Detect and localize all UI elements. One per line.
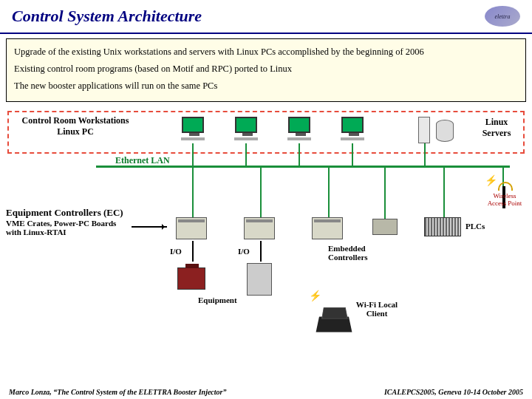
server-icon <box>418 117 430 143</box>
plc-icon <box>424 217 461 236</box>
net-line <box>424 143 426 167</box>
workstation-icon <box>282 117 316 140</box>
embedded-controller-icon <box>372 219 398 235</box>
servers-line1: Linux <box>474 117 519 128</box>
net-line <box>384 167 386 220</box>
info-textbox: Upgrade of the existing Unix workstation… <box>6 38 526 102</box>
net-line <box>192 167 194 220</box>
net-line <box>245 143 247 167</box>
arrow-icon <box>132 226 167 228</box>
storage-cylinder-icon <box>436 120 454 142</box>
equipment-icon <box>177 267 205 290</box>
laptop-icon <box>316 317 352 332</box>
wireless-access-point-label: Wireless Access Point <box>483 192 526 207</box>
wifi-client-label: Wi-Fi Local Client <box>355 300 399 318</box>
io-label: I/O <box>238 247 250 256</box>
io-label: I/O <box>170 247 182 256</box>
workstation-icon <box>335 117 369 140</box>
ethernet-lan-label: Ethernet LAN <box>115 155 170 166</box>
net-line <box>299 143 300 167</box>
net-line <box>260 167 262 220</box>
textbox-line-3: The new booster applications will run on… <box>14 79 518 93</box>
vme-label: VME Crates, Power-PC Boards with Linux-R… <box>6 219 132 236</box>
rack-icon <box>247 263 272 296</box>
vme-crate-icon <box>312 217 343 239</box>
servers-line2: Servers <box>474 128 519 139</box>
net-line <box>352 143 353 167</box>
equipment-label: Equipment <box>198 296 237 304</box>
logo: elettra <box>485 6 520 27</box>
io-line <box>192 241 194 262</box>
wireless-spark-icon: ⚡ <box>485 174 497 187</box>
architecture-diagram: Control Room Workstations Linux PC Linux… <box>0 106 532 372</box>
workstation-icon <box>176 117 210 140</box>
vme-crate-icon <box>176 217 207 239</box>
crw-line1: Control Room Workstations <box>16 115 134 126</box>
footer-left: Marco Lonza, “The Control System of the … <box>9 388 226 396</box>
io-line <box>260 241 262 262</box>
plcs-label: PLCs <box>466 222 485 231</box>
net-line <box>328 167 330 220</box>
vme-crate-icon <box>244 217 275 239</box>
footer-right: ICALEPCS2005, Geneva 10-14 October 2005 <box>384 388 523 396</box>
page-title: Control System Architecture <box>12 7 202 26</box>
title-bar: Control System Architecture elettra <box>0 0 532 34</box>
net-line <box>192 143 194 167</box>
workstation-icon <box>229 117 263 140</box>
textbox-line-2: Existing control room programs (based on… <box>14 62 518 76</box>
net-line <box>443 167 445 220</box>
embedded-controllers-label: Embedded Controllers <box>328 244 387 262</box>
linux-servers-label: Linux Servers <box>474 117 519 139</box>
wireless-spark-icon: ⚡ <box>309 290 321 302</box>
footer: Marco Lonza, “The Control System of the … <box>0 388 532 396</box>
control-room-label: Control Room Workstations Linux PC <box>16 115 134 137</box>
equipment-controllers-label: Equipment Controllers (EC) <box>6 207 123 219</box>
crw-line2: Linux PC <box>16 126 134 137</box>
textbox-line-1: Upgrade of the existing Unix workstation… <box>14 45 518 59</box>
